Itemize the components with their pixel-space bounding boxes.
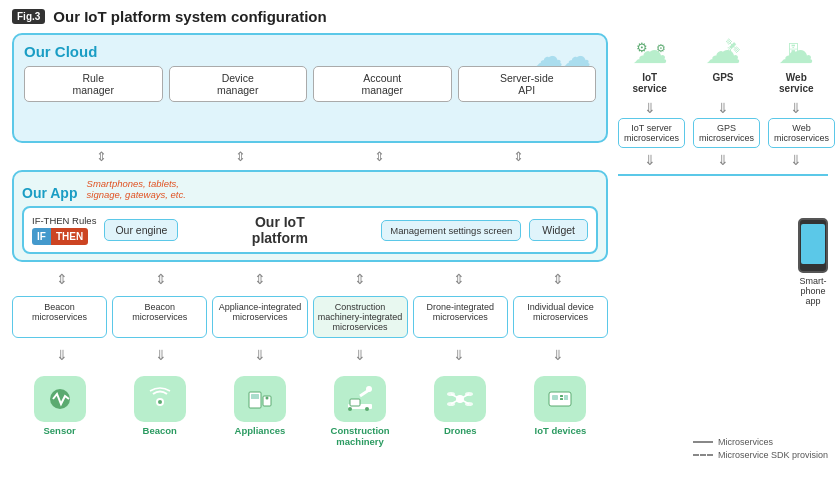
sensor-icon-box bbox=[34, 376, 86, 422]
micro-arrows: ⇕ ⇕ ⇕ ⇕ ⇕ ⇕ bbox=[12, 271, 608, 287]
cloud-box: ☁☁ Our Cloud Rulemanager Devicemanager A… bbox=[12, 33, 608, 143]
m-arrow-2: ⇕ bbox=[155, 271, 167, 287]
m-arrow-3: ⇕ bbox=[254, 271, 266, 287]
web-micro: Webmicroservices bbox=[768, 118, 835, 148]
connector-line bbox=[618, 174, 828, 176]
appliances-label: Appliances bbox=[235, 425, 286, 436]
drones-icon-box bbox=[434, 376, 486, 422]
iot-micro: IoT servermicroservices bbox=[618, 118, 685, 148]
if-then-badge: IF THEN bbox=[32, 228, 96, 245]
arrow-2: ⇕ bbox=[235, 149, 246, 164]
gps-micro: GPSmicroservices bbox=[693, 118, 760, 148]
title-row: Fig.3 Our IoT platform system configurat… bbox=[12, 8, 828, 25]
svg-point-6 bbox=[265, 397, 268, 400]
smartphone-label: Smart-phoneapp bbox=[800, 276, 827, 306]
app-inner: IF-THEN Rules IF THEN Our engine Our IoT… bbox=[22, 206, 598, 254]
gear-icon: ⚙ bbox=[636, 41, 648, 54]
gear2-icon: ⚙ bbox=[656, 43, 666, 54]
appliances-icon-box bbox=[234, 376, 286, 422]
legend-microservices-label: Microservices bbox=[718, 437, 773, 447]
arrow-1: ⇕ bbox=[96, 149, 107, 164]
construction-item: Constructionmachinery bbox=[313, 376, 408, 447]
page: Fig.3 Our IoT platform system configurat… bbox=[0, 0, 840, 500]
svg-point-11 bbox=[348, 407, 352, 411]
svg-rect-26 bbox=[564, 395, 568, 400]
r-arrow-5: ⇓ bbox=[717, 152, 729, 168]
svg-rect-23 bbox=[552, 395, 558, 400]
iot-cloud-icon: ☁ ⚙ ⚙ bbox=[632, 33, 668, 69]
appliance-micro: Appliance-integratedmicroservices bbox=[212, 296, 307, 338]
svg-point-12 bbox=[365, 407, 369, 411]
account-manager: Accountmanager bbox=[313, 66, 452, 102]
rule-manager: Rulemanager bbox=[24, 66, 163, 102]
appliances-item: Appliances bbox=[212, 376, 307, 447]
phone-screen bbox=[801, 224, 825, 264]
i-arrow-3: ⇓ bbox=[254, 347, 266, 363]
bottom-icons-row: Sensor Beacon Appliances bbox=[12, 376, 608, 447]
m-arrow-4: ⇕ bbox=[354, 271, 366, 287]
drone-micro: Drone-integratedmicroservices bbox=[413, 296, 508, 338]
iot-devices-label: IoT devices bbox=[535, 425, 587, 436]
i-arrow-2: ⇓ bbox=[155, 347, 167, 363]
if-part: IF bbox=[32, 228, 51, 245]
sensor-label: Sensor bbox=[43, 425, 75, 436]
if-then-label: IF-THEN Rules bbox=[32, 215, 96, 226]
arrow-4: ⇕ bbox=[513, 149, 524, 164]
right-arrows-2: ⇓ ⇓ ⇓ bbox=[618, 152, 828, 168]
satellite-icon: 🛰 bbox=[726, 39, 740, 53]
construction-label: Constructionmachinery bbox=[331, 425, 390, 447]
legend-sdk: Microservice SDK provision bbox=[693, 450, 828, 460]
i-arrow-4: ⇓ bbox=[354, 347, 366, 363]
r-arrow-1: ⇓ bbox=[644, 100, 656, 116]
iot-service-item: ☁ ⚙ ⚙ IoTservice bbox=[632, 33, 668, 94]
web-service-item: ☁ 🗄 Webservice bbox=[778, 33, 814, 94]
i-arrow-6: ⇓ bbox=[552, 347, 564, 363]
right-arrows-1: ⇓ ⇓ ⇓ bbox=[618, 100, 828, 116]
legend-sdk-label: Microservice SDK provision bbox=[718, 450, 828, 460]
then-part: THEN bbox=[51, 228, 88, 245]
svg-rect-5 bbox=[251, 394, 259, 399]
diagram-area: ☁☁ Our Cloud Rulemanager Devicemanager A… bbox=[12, 33, 828, 473]
beacon2-micro: Beaconmicroservices bbox=[112, 296, 207, 338]
beacon-label: Beacon bbox=[143, 425, 177, 436]
right-side: ☁ ⚙ ⚙ IoTservice ☁ 🛰 GPS ☁ bbox=[618, 33, 828, 473]
cloud-boxes-row: Rulemanager Devicemanager Accountmanager… bbox=[24, 66, 596, 102]
beacon-icon-box bbox=[134, 376, 186, 422]
mgmt-box: Management settings screen bbox=[381, 220, 521, 241]
arrows-vertical: ⇕ ⇕ ⇕ ⇕ bbox=[12, 149, 608, 164]
svg-point-2 bbox=[158, 400, 162, 404]
gps-item: ☁ 🛰 GPS bbox=[705, 33, 741, 94]
r-arrow-6: ⇓ bbox=[790, 152, 802, 168]
gps-cloud-icon: ☁ 🛰 bbox=[705, 33, 741, 69]
left-side: ☁☁ Our Cloud Rulemanager Devicemanager A… bbox=[12, 33, 608, 473]
i-arrow-1: ⇓ bbox=[56, 347, 68, 363]
services-top: ☁ ⚙ ⚙ IoTservice ☁ 🛰 GPS ☁ bbox=[618, 33, 828, 94]
db-icon: 🗄 bbox=[786, 43, 800, 57]
device-manager: Devicemanager bbox=[169, 66, 308, 102]
svg-rect-25 bbox=[560, 398, 563, 400]
construction-icon-box bbox=[334, 376, 386, 422]
legend-microservices: Microservices bbox=[693, 437, 828, 447]
svg-point-10 bbox=[366, 386, 372, 392]
legend-line-solid bbox=[693, 441, 713, 443]
cloud-label: Our Cloud bbox=[24, 43, 596, 60]
svg-rect-24 bbox=[560, 395, 563, 397]
construction-micro: Constructionmachinery-integratedmicroser… bbox=[313, 296, 408, 338]
legend-line-dashed bbox=[693, 454, 713, 456]
i-arrow-5: ⇓ bbox=[453, 347, 465, 363]
arrow-3: ⇕ bbox=[374, 149, 385, 164]
drones-item: Drones bbox=[413, 376, 508, 447]
app-box: Our App Smartphones, tablets,signage, ga… bbox=[12, 170, 608, 262]
engine-box: Our engine bbox=[104, 219, 178, 241]
beacon-item: Beacon bbox=[112, 376, 207, 447]
microservices-row: Beaconmicroservices Beaconmicroservices … bbox=[12, 296, 608, 338]
smartphone: Smart-phoneapp bbox=[798, 218, 828, 306]
gps-label: GPS bbox=[712, 72, 733, 83]
fig-badge: Fig.3 bbox=[12, 9, 45, 24]
sensor-item: Sensor bbox=[12, 376, 107, 447]
icon-arrows: ⇓ ⇓ ⇓ ⇓ ⇓ ⇓ bbox=[12, 347, 608, 363]
m-arrow-1: ⇕ bbox=[56, 271, 68, 287]
svg-rect-8 bbox=[350, 399, 360, 406]
m-arrow-6: ⇕ bbox=[552, 271, 564, 287]
legend: Microservices Microservice SDK provision bbox=[693, 437, 828, 463]
